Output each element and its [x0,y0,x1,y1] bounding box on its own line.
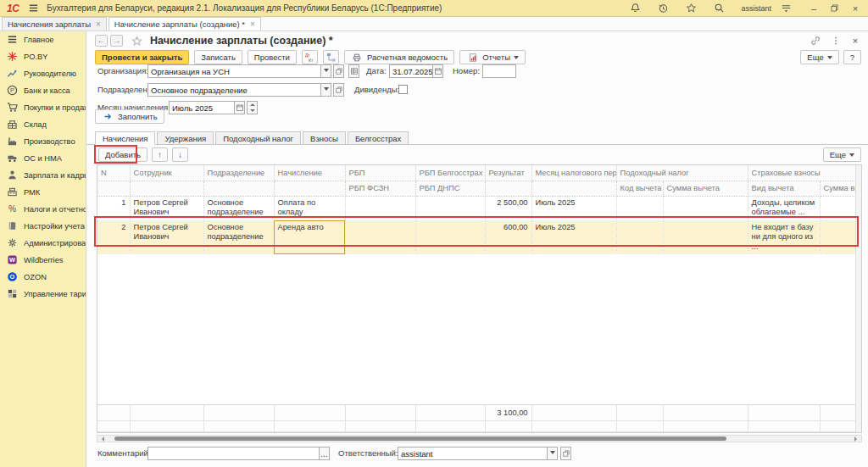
payroll-sheet-button[interactable]: Расчетная ведомость [344,50,454,64]
favorites-icon[interactable] [685,2,698,14]
scroll-right-icon[interactable] [854,436,860,442]
column-subheader[interactable]: РБП ДНПС [415,181,485,196]
doc-tab[interactable]: Начисления [95,131,155,145]
table-cell[interactable]: Аренда авто [274,220,345,254]
table-cell[interactable] [616,196,663,220]
department-dropdown-button[interactable] [320,83,331,97]
responsible-input[interactable]: assistant [398,447,548,460]
doc-tab[interactable]: Подоходный налог [215,131,301,145]
column-header[interactable]: РБП [345,165,415,181]
table-cell[interactable] [820,220,857,254]
table-cell[interactable]: 1 [97,196,130,220]
sidebar-item-bank[interactable]: РБанк и касса [0,82,86,99]
doc-tab[interactable]: Удержания [157,131,214,145]
table-row[interactable]: 2Петров Сергей ИвановичОсновное подразде… [97,220,857,254]
column-subheader[interactable] [203,181,274,196]
table-cell[interactable] [663,196,748,220]
post-and-close-button[interactable]: Провести и закрыть [95,50,189,64]
sidebar-item-menu[interactable]: Главное [0,31,86,48]
number-input[interactable] [482,64,516,78]
sidebar-item-register[interactable]: РМК [0,184,86,201]
month-spinner[interactable] [247,101,258,114]
column-subheader[interactable]: Код вычета [616,181,663,196]
add-row-button[interactable]: Добавить [98,147,147,162]
column-header[interactable]: Месяц налогового периода [531,165,616,181]
history-icon[interactable] [657,2,670,14]
column-header[interactable]: Сотрудник [130,165,203,181]
column-header[interactable]: Результат [485,165,531,181]
responsible-open-button[interactable] [560,447,571,460]
table-cell[interactable]: Не входит в базу ни для одного из ... [748,220,820,254]
write-button[interactable]: Записать [194,50,242,64]
post-button[interactable]: Провести [248,50,297,64]
table-cell[interactable] [663,220,748,254]
table-cell[interactable] [616,220,663,254]
sidebar-item-tiles[interactable]: Управление тарифом [0,286,86,303]
table-cell[interactable]: Июль 2025 [531,196,616,220]
table-cell[interactable]: 2 500,00 [485,196,531,220]
sidebar-item-factory[interactable]: Производство [0,133,86,150]
month-calendar-button[interactable] [234,101,245,114]
table-cell[interactable] [345,220,415,254]
sidebar-item-chart[interactable]: Руководителю [0,65,86,82]
sidebar-item-person[interactable]: Зарплата и кадры [0,167,86,184]
table-cell[interactable]: Июль 2025 [531,220,616,254]
tab-close-icon[interactable]: × [250,19,255,29]
column-subheader[interactable]: РБП ФСЗН [345,181,415,196]
column-header[interactable]: Подоходный налог [616,165,748,181]
department-input[interactable]: Основное подразделение [147,83,321,97]
get-link-icon[interactable] [809,35,821,47]
sidebar-item-truck[interactable]: ОС и НМА [0,150,86,167]
column-subheader[interactable] [531,181,616,196]
sidebar-item-book[interactable]: Настройки учета [0,218,86,235]
sidebar-item-percent[interactable]: %Налоги и отчетность [0,201,86,218]
sidebar-item-cart[interactable]: Покупки и продажи [0,99,86,116]
column-header[interactable]: Страховые взносы [748,165,857,181]
tab-close-icon[interactable]: × [96,19,101,29]
comment-input[interactable] [147,447,320,460]
form-close-icon[interactable]: × [849,36,861,46]
sidebar-item-ozon[interactable]: OOZON [0,269,86,286]
responsible-dropdown-button[interactable] [547,447,558,460]
table-cell[interactable] [415,220,485,254]
dt-kt-button[interactable]: ДтКт [302,50,318,64]
table-cell[interactable]: Доходы, целиком облагаемые ... [748,196,820,220]
restore-icon[interactable] [828,2,841,14]
organization-open-button[interactable] [333,64,344,78]
table-cell[interactable]: Основное подразделение [203,196,274,220]
column-subheader[interactable]: Вид вычета [748,181,820,196]
favorite-star-icon[interactable] [131,35,143,47]
help-button[interactable]: ? [843,50,861,64]
date-input[interactable]: 31.07.2025 [389,64,433,78]
bell-icon[interactable] [629,2,642,14]
horizontal-scrollbar[interactable] [97,435,862,442]
minimize-icon[interactable]: – [808,3,820,14]
forward-button[interactable]: → [110,35,123,47]
window-tab[interactable]: Начисление зарплаты (создание) *× [108,17,261,31]
table-cell[interactable] [415,196,485,220]
scrollbar-thumb[interactable] [114,436,726,441]
close-icon[interactable]: × [849,3,861,14]
service-menu-icon[interactable] [780,2,793,14]
form-more-button[interactable]: Еще [800,50,838,64]
table-cell[interactable]: Петров Сергей Иванович [130,196,203,220]
sidebar-item-po-by[interactable]: PO.BY [0,48,86,65]
search-icon[interactable] [713,2,726,14]
column-subheader[interactable]: Сумма вычета [820,181,857,196]
column-header[interactable]: Начисление [274,165,345,181]
column-subheader[interactable] [130,181,203,196]
sidebar-item-warehouse[interactable]: Склад [0,116,86,133]
table-row[interactable]: 1Петров Сергей ИвановичОсновное подразде… [97,196,857,220]
fill-button[interactable]: Заполнить [95,109,164,124]
table-cell[interactable]: 600,00 [485,220,531,254]
doc-tab[interactable]: Взносы [303,131,346,145]
table-cell[interactable] [820,196,857,220]
vertical-scrollbar[interactable] [855,165,861,432]
more-dots-icon[interactable] [829,35,842,47]
table-more-button[interactable]: Еще [823,147,861,162]
scroll-left-icon[interactable] [99,436,104,442]
sidebar-item-wildberries[interactable]: WWildberries [0,252,86,269]
structure-button[interactable] [323,50,339,64]
table-cell[interactable]: Петров Сергей Иванович [130,220,203,254]
dividends-checkbox[interactable] [398,85,408,94]
